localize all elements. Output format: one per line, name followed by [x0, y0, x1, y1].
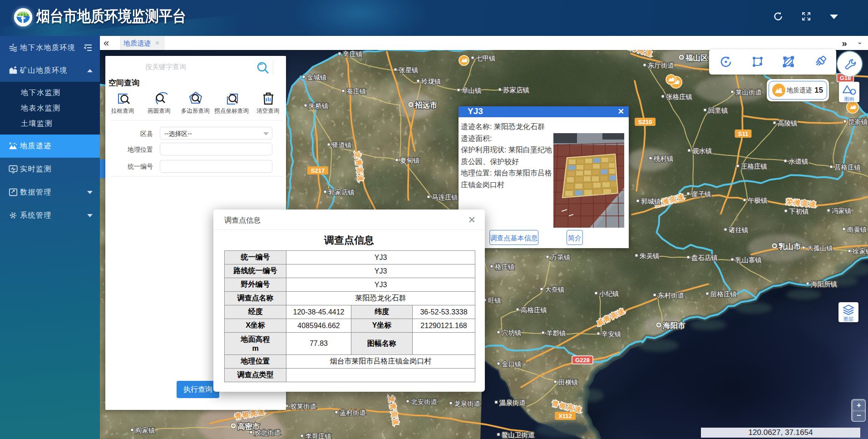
- svg-text:海阳市: 海阳市: [662, 321, 686, 329]
- svg-text:驿道镇: 驿道镇: [331, 141, 352, 149]
- svg-text:玲珑镇: 玲珑镇: [421, 78, 441, 85]
- svg-text:回里镇: 回里镇: [708, 107, 728, 114]
- svg-text:张星镇: 张星镇: [399, 66, 419, 74]
- svg-text:东厅街道: 东厅街道: [648, 62, 674, 69]
- svg-text:招远市: 招远市: [414, 101, 438, 109]
- svg-text:朱桥镇: 朱桥镇: [309, 102, 329, 110]
- svg-text:郭家店镇: 郭家店镇: [328, 189, 355, 196]
- svg-text:鳌山卫街道: 鳌山卫街道: [502, 431, 535, 439]
- svg-text:田横镇: 田横镇: [558, 379, 578, 386]
- svg-text:东村街道: 东村街道: [658, 292, 684, 299]
- svg-text:蓝村街道: 蓝村街道: [340, 409, 366, 416]
- svg-text:夏甸镇: 夏甸镇: [400, 157, 420, 164]
- svg-text:格庄镇: 格庄镇: [494, 263, 515, 270]
- svg-text:大夼镇: 大夼镇: [545, 286, 565, 293]
- svg-text:小纪镇: 小纪镇: [599, 290, 619, 297]
- svg-text:下初镇: 下初镇: [789, 208, 809, 215]
- svg-text:水道镇: 水道镇: [789, 158, 809, 165]
- svg-text:穴坊镇: 穴坊镇: [502, 329, 522, 336]
- svg-text:高格庄镇: 高格庄镇: [521, 306, 547, 314]
- svg-text:桃村镇: 桃村镇: [653, 155, 674, 162]
- svg-text:留格庄镇: 留格庄镇: [710, 290, 737, 298]
- svg-text:冯家镇: 冯家镇: [832, 207, 852, 215]
- svg-text:盘石店镇: 盘石店镇: [691, 254, 718, 261]
- svg-text:高密市: 高密市: [237, 422, 260, 430]
- svg-text:海阳所镇: 海阳所镇: [811, 280, 837, 288]
- svg-text:朱吴镇: 朱吴镇: [640, 252, 660, 259]
- svg-text:X112: X112: [558, 413, 572, 419]
- svg-text:金城镇: 金城镇: [307, 74, 327, 81]
- svg-text:S217: S217: [311, 167, 325, 174]
- svg-text:乳山市: 乳山市: [778, 242, 801, 250]
- svg-text:旺镇: 旺镇: [488, 297, 501, 304]
- svg-text:昆嵛镇: 昆嵛镇: [848, 118, 868, 125]
- svg-text:郭城镇: 郭城镇: [641, 198, 661, 205]
- svg-text:金口镇: 金口镇: [502, 360, 522, 368]
- svg-text:七甲镇: 七甲镇: [476, 55, 496, 62]
- svg-text:温泉街道: 温泉街道: [499, 399, 526, 406]
- svg-text:阎家镇: 阎家镇: [135, 427, 155, 434]
- svg-text:辛安镇: 辛安镇: [602, 330, 621, 338]
- svg-text:徐家镇: 徐家镇: [853, 248, 868, 255]
- svg-text:高陵镇: 高陵镇: [778, 120, 798, 127]
- svg-text:蚕庄镇: 蚕庄镇: [346, 88, 366, 95]
- svg-text:辛庄镇: 辛庄镇: [343, 50, 363, 58]
- svg-text:阜山镇: 阜山镇: [462, 87, 482, 94]
- svg-text:S11: S11: [738, 130, 748, 137]
- svg-text:北安街道: 北安街道: [411, 398, 437, 405]
- svg-text:崖子镇: 崖子镇: [691, 190, 711, 198]
- svg-text:大孤山镇: 大孤山镇: [807, 244, 833, 252]
- svg-text:万第镇: 万第镇: [551, 254, 571, 261]
- svg-text:观水镇: 观水镇: [692, 147, 712, 155]
- svg-text:南黄镇: 南黄镇: [847, 226, 867, 233]
- svg-text:苏家店镇: 苏家店镇: [503, 86, 529, 94]
- svg-text:张格庄镇: 张格庄镇: [666, 93, 692, 100]
- svg-text:莱山街道: 莱山街道: [735, 89, 762, 96]
- svg-text:龙泉街道: 龙泉街道: [454, 400, 480, 407]
- svg-text:乳山寨镇: 乳山寨镇: [735, 256, 762, 264]
- svg-text:莒格庄镇: 莒格庄镇: [834, 164, 861, 171]
- svg-text:G228: G228: [575, 357, 590, 364]
- svg-text:福山区: 福山区: [685, 54, 708, 62]
- svg-text:午极镇: 午极镇: [748, 197, 768, 204]
- svg-text:诸往镇: 诸往镇: [728, 226, 749, 234]
- svg-text:羊郡镇: 羊郡镇: [546, 329, 566, 337]
- svg-text:王格庄镇: 王格庄镇: [741, 163, 767, 170]
- svg-text:胶莱街道: 胶莱街道: [290, 403, 316, 410]
- svg-text:S210: S210: [638, 119, 652, 125]
- svg-text:李哥庄镇: 李哥庄镇: [305, 433, 331, 439]
- svg-text:马连庄镇: 马连庄镇: [432, 194, 458, 201]
